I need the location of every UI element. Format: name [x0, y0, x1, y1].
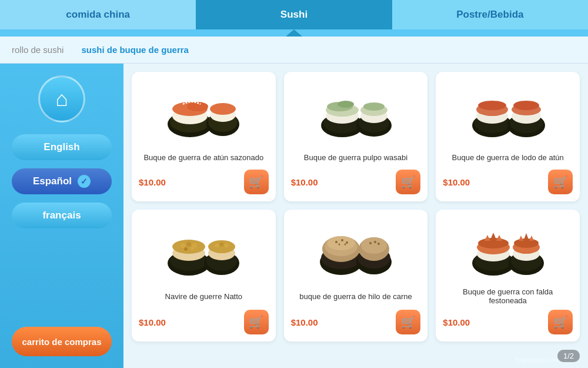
- product-price-4: $10.00: [139, 317, 166, 327]
- product-image-5: [315, 217, 397, 281]
- svg-point-53: [346, 241, 348, 244]
- tab-comida-china[interactable]: comida china: [0, 0, 196, 29]
- shopping-cart-button[interactable]: carrito de compras: [12, 327, 112, 356]
- product-name-4: Navire de guerre Natto: [165, 287, 243, 305]
- product-card-3: Buque de guerra de lodo de atún $10.00 🛒: [436, 72, 580, 201]
- add-to-cart-button-3[interactable]: 🛒: [548, 170, 573, 194]
- product-image-6: [467, 217, 549, 281]
- language-francais-button[interactable]: français: [12, 203, 112, 228]
- product-footer-1: $10.00 🛒: [139, 170, 269, 194]
- svg-point-60: [369, 242, 372, 244]
- product-card-1: Buque de guerra de atún sazonado $10.00 …: [132, 72, 276, 201]
- subnav-rollo-sushi[interactable]: rollo de sushi: [12, 45, 64, 55]
- product-image-1: [162, 79, 245, 144]
- add-to-cart-button-1[interactable]: 🛒: [244, 170, 269, 194]
- svg-point-75: [514, 238, 539, 248]
- product-footer-4: $10.00 🛒: [139, 310, 269, 334]
- svg-point-45: [225, 244, 229, 248]
- product-name-5: buque de guerra de hilo de carne: [299, 287, 412, 305]
- products-grid: Buque de guerra de atún sazonado $10.00 …: [132, 72, 580, 342]
- product-image-4: [162, 217, 245, 281]
- product-footer-6: $10.00 🛒: [443, 310, 573, 334]
- svg-point-34: [181, 243, 185, 248]
- sushi-svg-3: [470, 82, 546, 141]
- language-english-button[interactable]: English: [12, 134, 112, 160]
- svg-marker-69: [490, 233, 496, 240]
- svg-point-37: [184, 247, 188, 251]
- svg-point-52: [341, 239, 343, 241]
- product-card-5: buque de guerra de hilo de carne $10.00 …: [284, 210, 428, 342]
- product-name-2: Buque de guerra pulpo wasabi: [304, 150, 407, 165]
- product-footer-2: $10.00 🛒: [291, 170, 421, 194]
- watermark: fr.gpossys.com: [516, 356, 559, 363]
- product-image-3: [467, 79, 549, 144]
- svg-point-24: [478, 101, 506, 110]
- add-to-cart-button-5[interactable]: 🛒: [396, 310, 420, 334]
- svg-marker-76: [519, 236, 523, 241]
- subnav-sushi-buque[interactable]: sushi de buque de guerra: [81, 45, 189, 55]
- svg-point-35: [186, 242, 191, 247]
- svg-point-59: [361, 237, 387, 254]
- pagination-indicator: 1/2: [557, 350, 580, 362]
- main-content-area: ⌂ English Español ✓ français carrito de …: [0, 64, 588, 368]
- sushi-svg-6: [470, 220, 546, 279]
- selected-checkmark: ✓: [78, 175, 91, 188]
- svg-point-42: [208, 240, 235, 253]
- svg-point-8: [210, 103, 236, 115]
- active-tab-indicator: [0, 29, 588, 37]
- svg-point-51: [335, 241, 338, 243]
- top-navigation: comida china Sushi Postre/Bebida: [0, 0, 588, 29]
- svg-point-44: [220, 243, 224, 247]
- arrow-up-icon: [286, 29, 302, 37]
- tab-sushi[interactable]: Sushi: [196, 0, 392, 29]
- svg-point-50: [327, 236, 355, 250]
- home-icon: ⌂: [55, 87, 68, 111]
- add-to-cart-button-6[interactable]: 🛒: [548, 310, 573, 334]
- tab-postre-bebida[interactable]: Postre/Bebida: [392, 0, 588, 29]
- product-price-2: $10.00: [291, 177, 318, 187]
- product-card-6: Buque de guerra con falda festoneada $10…: [436, 210, 580, 342]
- svg-marker-70: [496, 235, 502, 241]
- svg-point-19: [363, 102, 385, 111]
- product-card-4: Navire de guerre Natto $10.00 🛒: [132, 210, 276, 342]
- product-image-2: [315, 79, 397, 144]
- language-espanol-button[interactable]: Español ✓: [12, 168, 112, 194]
- product-name-1: Buque de guerra de atún sazonado: [143, 150, 263, 165]
- product-price-1: $10.00: [139, 177, 166, 187]
- home-button[interactable]: ⌂: [38, 75, 85, 122]
- svg-point-14: [338, 101, 354, 108]
- sidebar: ⌂ English Español ✓ français carrito de …: [0, 64, 123, 368]
- svg-marker-78: [529, 236, 534, 241]
- product-footer-5: $10.00 🛒: [291, 310, 421, 334]
- sushi-svg-5: [318, 220, 394, 279]
- svg-point-55: [344, 244, 346, 246]
- product-footer-3: $10.00 🛒: [443, 170, 573, 194]
- product-card-2: Buque de guerra pulpo wasabi $10.00 🛒: [284, 72, 428, 201]
- products-area: Buque de guerra de atún sazonado $10.00 …: [123, 64, 588, 368]
- svg-marker-77: [524, 233, 529, 240]
- product-price-3: $10.00: [443, 177, 470, 187]
- sushi-svg-4: [165, 220, 242, 279]
- product-price-6: $10.00: [443, 317, 470, 327]
- product-name-6: Buque de guerra con falda festoneada: [443, 287, 573, 305]
- add-to-cart-button-2[interactable]: 🛒: [396, 170, 420, 194]
- subcategory-navigation: rollo de sushi sushi de buque de guerra: [0, 37, 588, 64]
- sushi-svg-1: [165, 82, 242, 141]
- sushi-svg-2: [318, 82, 394, 141]
- product-name-3: Buque de guerra de lodo de atún: [452, 150, 564, 165]
- svg-point-61: [374, 241, 376, 243]
- svg-marker-68: [485, 235, 490, 241]
- add-to-cart-button-4[interactable]: 🛒: [244, 310, 269, 334]
- svg-point-38: [191, 247, 194, 250]
- svg-point-54: [338, 244, 340, 246]
- product-price-5: $10.00: [291, 317, 318, 327]
- svg-point-62: [377, 243, 380, 245]
- svg-point-43: [215, 244, 219, 248]
- svg-point-29: [513, 101, 539, 110]
